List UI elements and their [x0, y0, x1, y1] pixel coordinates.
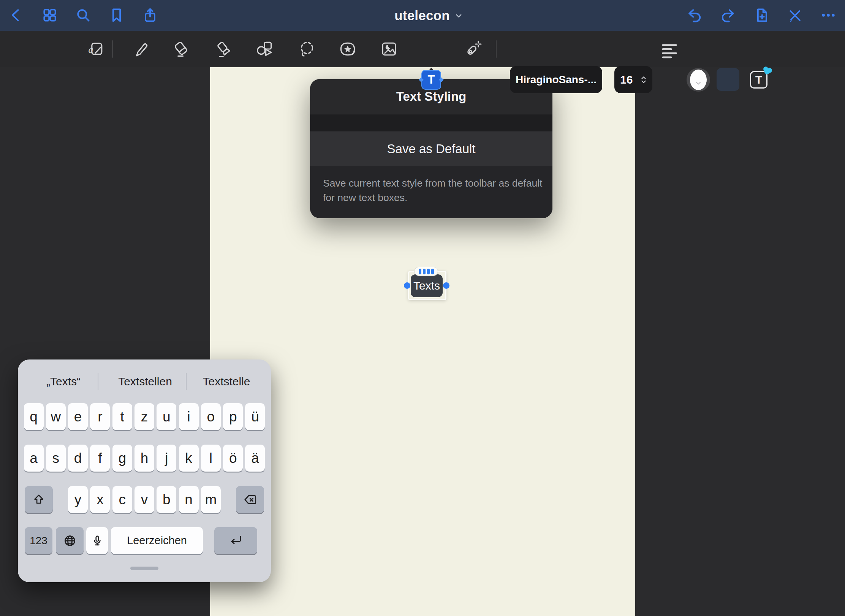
- key-r[interactable]: r: [90, 403, 110, 430]
- microphone-icon: [91, 534, 104, 547]
- key-y[interactable]: y: [68, 486, 88, 513]
- suggestion-exact[interactable]: „Texts“: [29, 371, 98, 392]
- search-button[interactable]: [74, 6, 92, 24]
- key-m[interactable]: m: [201, 486, 221, 513]
- lasso-tool-button[interactable]: [297, 39, 316, 59]
- redo-button[interactable]: [719, 6, 737, 24]
- key-x[interactable]: x: [90, 486, 110, 513]
- dictation-key[interactable]: [86, 527, 108, 554]
- toolbar-mode-button[interactable]: a: [86, 39, 106, 59]
- key-row-1: q w e r t z u i o p ü: [18, 403, 271, 430]
- photo-tool-button[interactable]: [379, 39, 399, 59]
- app-screen: utelecon a: [0, 0, 845, 616]
- textbox-drag-grip[interactable]: [414, 267, 438, 276]
- text-color-swatch: [690, 70, 707, 90]
- elements-tool-button[interactable]: [338, 39, 358, 59]
- suggestion-2[interactable]: Textstelle: [192, 371, 261, 392]
- font-size-stepper[interactable]: 16: [614, 66, 652, 93]
- key-row-2: a s d f g h j k l ö ä: [18, 445, 271, 472]
- image-icon: [379, 39, 399, 59]
- keyboard-drag-handle[interactable]: [130, 567, 158, 570]
- suggestion-1[interactable]: Textstellen: [111, 371, 179, 392]
- key-h[interactable]: h: [135, 445, 154, 472]
- chevron-down-icon: [454, 11, 463, 20]
- backspace-key[interactable]: [236, 486, 264, 513]
- highlighter-tool-button[interactable]: [214, 39, 234, 59]
- backspace-icon: [243, 493, 257, 507]
- top-navigation-bar: utelecon: [0, 0, 845, 31]
- document-title-menu[interactable]: utelecon: [394, 0, 463, 31]
- textbox-text: Texts: [413, 279, 440, 292]
- undo-button[interactable]: [686, 6, 703, 24]
- key-l[interactable]: l: [201, 445, 221, 472]
- font-name-button[interactable]: HiraginoSans-...: [510, 66, 602, 93]
- pages-overview-button[interactable]: [41, 6, 59, 24]
- key-j[interactable]: j: [157, 445, 176, 472]
- textbox-resize-handle-left[interactable]: [404, 282, 410, 289]
- key-a[interactable]: a: [24, 445, 44, 472]
- key-i[interactable]: i: [179, 403, 199, 430]
- save-as-default-button[interactable]: Save as Default: [310, 132, 552, 166]
- ellipsis-icon: [820, 7, 837, 24]
- redo-icon: [720, 7, 736, 24]
- key-g[interactable]: g: [112, 445, 132, 472]
- grid-icon: [41, 7, 58, 24]
- share-button[interactable]: [141, 6, 159, 24]
- text-tool-button-selected[interactable]: T: [421, 70, 441, 90]
- align-left-icon: [660, 40, 679, 60]
- shapes-tool-button[interactable]: [254, 39, 274, 59]
- document-title: utelecon: [394, 8, 450, 23]
- key-d[interactable]: d: [68, 445, 88, 472]
- key-z[interactable]: z: [135, 403, 154, 430]
- key-v[interactable]: v: [135, 486, 154, 513]
- bookmark-icon: [108, 7, 125, 24]
- globe-key[interactable]: [56, 527, 84, 554]
- readonly-mode-button[interactable]: [786, 6, 804, 24]
- text-color-button[interactable]: [687, 68, 710, 92]
- key-f[interactable]: f: [90, 445, 110, 472]
- pen-slash-icon: [786, 7, 803, 24]
- key-k[interactable]: k: [179, 445, 199, 472]
- eraser-tool-button[interactable]: [171, 39, 191, 59]
- nav-left-group: [8, 6, 159, 24]
- return-key[interactable]: [214, 527, 257, 554]
- suggestion-divider: [186, 373, 187, 390]
- text-styling-popover: Text Styling Save as Default Save curren…: [310, 79, 552, 218]
- key-row-3: y x c v b n m: [18, 486, 271, 513]
- key-w[interactable]: w: [46, 403, 66, 430]
- key-n[interactable]: n: [179, 486, 199, 513]
- font-size-value: 16: [620, 73, 633, 86]
- add-page-icon: [753, 7, 770, 24]
- key-p[interactable]: p: [223, 403, 243, 430]
- floating-keyboard: „Texts“ Textstellen Textstelle q w e r t…: [18, 359, 271, 582]
- text-style-favorite-button[interactable]: T: [749, 68, 770, 90]
- back-button[interactable]: [8, 6, 25, 24]
- key-o[interactable]: o: [201, 403, 221, 430]
- more-button[interactable]: [820, 6, 837, 24]
- key-b[interactable]: b: [157, 486, 176, 513]
- eraser-icon: [171, 39, 191, 59]
- key-u[interactable]: u: [157, 403, 176, 430]
- space-key[interactable]: Leerzeichen: [111, 527, 203, 554]
- text-align-button[interactable]: [660, 40, 679, 60]
- key-oe[interactable]: ö: [223, 445, 243, 472]
- key-s[interactable]: s: [46, 445, 66, 472]
- svg-text:a: a: [89, 44, 93, 55]
- key-q[interactable]: q: [24, 403, 44, 430]
- laser-pointer-tool-button[interactable]: [463, 39, 483, 59]
- key-ue[interactable]: ü: [245, 403, 265, 430]
- key-t[interactable]: t: [112, 403, 132, 430]
- add-page-button[interactable]: [753, 6, 770, 24]
- shapes-icon: [254, 39, 274, 59]
- key-ae[interactable]: ä: [245, 445, 265, 472]
- key-e[interactable]: e: [68, 403, 88, 430]
- numbers-key[interactable]: 123: [25, 527, 52, 554]
- textbox-resize-handle-right[interactable]: [443, 282, 449, 289]
- key-c[interactable]: c: [112, 486, 132, 513]
- shift-key[interactable]: [25, 486, 53, 513]
- selected-textbox[interactable]: Texts: [411, 274, 443, 297]
- pen-icon: [129, 39, 149, 59]
- bookmark-button[interactable]: [108, 6, 125, 24]
- laser-pointer-icon: [463, 39, 483, 59]
- pen-tool-button[interactable]: [129, 39, 149, 59]
